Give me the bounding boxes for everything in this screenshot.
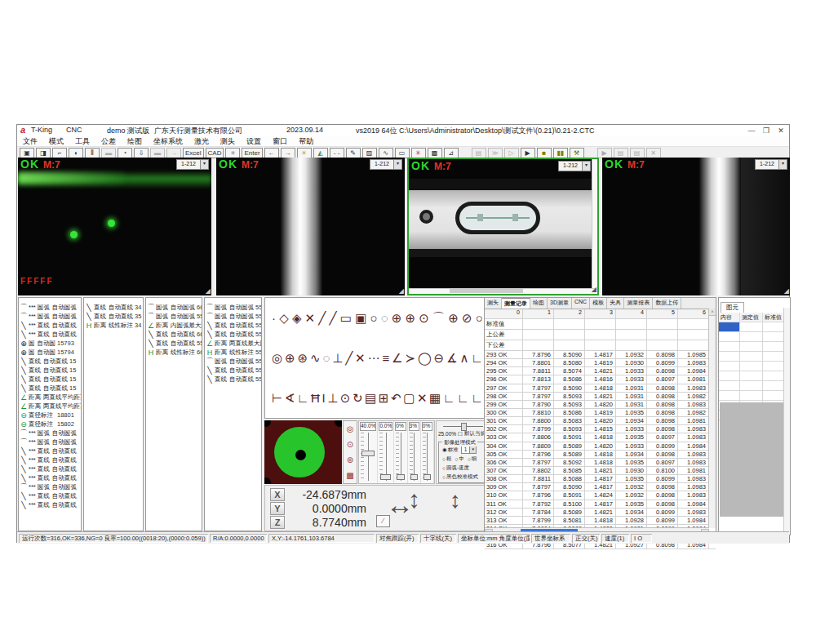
menu-item-帮助[interactable]: 帮助 [293, 136, 319, 147]
menu-item-工具[interactable]: 工具 [69, 136, 95, 147]
menu-item-公差[interactable]: 公差 [95, 136, 122, 147]
feature-item[interactable]: Η距离线性标注66 [146, 348, 202, 357]
maximize-button[interactable]: ❐ [760, 126, 773, 136]
feature-item[interactable]: ╲直线自动直线34 [84, 303, 143, 312]
feature-item[interactable]: ⊕圆自动圆15794 [19, 348, 81, 357]
table-row[interactable]: 303 OK7.88068.50911.48181.09350.80971.09… [485, 433, 716, 442]
resize-grip-icon[interactable]: ◢ [592, 286, 596, 293]
tool-icon[interactable]: ✕ [417, 391, 428, 406]
tool-icon[interactable]: ○ [476, 311, 483, 325]
table-row[interactable]: 298 OK7.87978.50931.48211.09310.80981.09… [485, 393, 716, 401]
table-row[interactable]: 310 OK7.87968.50911.48241.09320.80981.09… [485, 491, 716, 500]
slider-thumb[interactable] [397, 474, 404, 480]
tool-icon[interactable]: ▭ [340, 311, 352, 326]
elements-row[interactable] [719, 371, 790, 381]
camera-range-combo[interactable]: 1-212 ▾ [370, 159, 402, 170]
tab-CNC[interactable]: CNC [572, 298, 590, 309]
results-vertical-scrollbar[interactable]: ˄ [708, 309, 716, 528]
tool-icon[interactable]: ⊕ [448, 311, 459, 326]
feature-list-3[interactable]: ⌒圆弧自动圆弧66⌒圆弧自动圆弧55∠距离内圆弧最大距离╲直线自动直线66╲直线… [145, 297, 202, 531]
feature-item[interactable]: ╲*** 直线自动直线 [19, 330, 81, 339]
feature-item[interactable]: ╲直线自动直线55 [205, 366, 261, 375]
jog-up-down-icon[interactable]: ↕ [408, 486, 420, 513]
tool-icon[interactable]: ⊕ [285, 351, 295, 366]
tab-测量记录[interactable]: 测量记录 [502, 298, 530, 309]
radio-icon[interactable]: ○ [468, 456, 471, 462]
menu-item-测头[interactable]: 测头 [215, 136, 241, 147]
tab-模板[interactable]: 模板 [590, 298, 607, 309]
feature-item[interactable]: ⌒*** 圆弧自动圆弧 [19, 437, 81, 446]
tool-icon[interactable]: ▦ [429, 391, 441, 406]
feature-item[interactable]: ∠距离两直线平均距离 [19, 393, 81, 402]
elements-row[interactable] [719, 362, 790, 371]
feature-item[interactable]: ⌒圆弧自动圆弧55 [205, 312, 261, 321]
light-slider[interactable]: 0% [421, 421, 434, 483]
feature-item[interactable]: ╲直线自动直线35 [84, 312, 143, 321]
tool-icon[interactable]: ◯ [418, 351, 432, 366]
tool-icon[interactable]: ∿ [310, 351, 321, 366]
tab-测量报表[interactable]: 测量报表 [624, 298, 653, 309]
table-row[interactable]: 299 OK7.87908.50931.48201.09310.80981.09… [485, 401, 716, 409]
tool-icon[interactable]: ✕ [305, 311, 316, 326]
table-row[interactable]: 296 OK7.88138.50861.48161.09330.80971.09… [485, 375, 716, 384]
feature-list-4[interactable]: ⌒圆弧自动圆弧55⌒圆弧自动圆弧55╲直线自动直线55╲直线自动直线55∠距离两… [204, 297, 262, 531]
table-row[interactable]: 305 OK7.87968.50891.48181.09340.80981.09… [485, 451, 716, 459]
elements-tab[interactable]: 图元 [721, 302, 744, 313]
ring-select-icon[interactable]: ▩ [346, 471, 353, 480]
feature-item[interactable]: ╲直线自动直线55 [205, 330, 261, 339]
elements-row[interactable] [719, 342, 790, 352]
slider-thumb[interactable] [424, 474, 431, 480]
feature-item[interactable]: ╲*** 直线自动直线 [19, 491, 81, 500]
feature-item[interactable]: ⊖直径标注15802 [19, 420, 81, 429]
feature-item[interactable]: ⌒圆弧自动圆弧55 [205, 357, 261, 366]
tool-icon[interactable]: ≡ [382, 351, 389, 365]
menu-item-窗口[interactable]: 窗口 [267, 136, 293, 147]
camera-vertical-scrollbar[interactable] [592, 159, 597, 294]
close-button[interactable]: ✕ [774, 126, 787, 136]
feature-item[interactable]: ⌒*** 圆弧自动圆弧 [19, 482, 81, 491]
camera-view-2[interactable]: OK M:7 1-212 ▾ ◢ [216, 158, 405, 295]
feature-item[interactable]: ⌒*** 圆弧自动圆弧 [19, 303, 81, 312]
chevron-down-icon[interactable]: ▾ [393, 160, 401, 169]
feature-item[interactable]: ╲*** 直线自动直线 [19, 500, 81, 509]
tool-icon[interactable]: ∟ [443, 391, 455, 405]
ring-select-icon[interactable]: ⊛ [347, 455, 353, 464]
tool-icon[interactable]: I [322, 391, 325, 405]
camera-view-1[interactable]: FFFFF OK M:7 1-212 ▾ ◢ [18, 158, 211, 295]
tool-icon[interactable]: ∧ [459, 351, 468, 366]
radio-selected-icon[interactable]: ◉ [442, 446, 447, 453]
tool-icon[interactable]: ⋯ [368, 351, 380, 366]
chevron-down-icon[interactable]: ▾ [582, 162, 590, 171]
tool-icon[interactable]: ∠ [392, 351, 402, 366]
light-ring-display[interactable] [264, 420, 342, 484]
feature-item[interactable]: ⊖直径标注18801 [19, 411, 81, 420]
feature-item[interactable]: ╲直线自动直线15 [19, 366, 81, 375]
tool-icon[interactable]: ⊥ [327, 391, 338, 406]
camera-view-3-selected[interactable]: OK M:7 1-212 ▾ ◢ [407, 158, 599, 295]
slider-thumb[interactable] [410, 474, 418, 480]
ring-select-icon[interactable]: ⊙ [347, 440, 353, 449]
tool-icon[interactable]: ╱ [345, 351, 353, 366]
tool-icon[interactable]: ▤ [365, 391, 376, 406]
tool-icon[interactable]: ∟ [471, 351, 483, 365]
tool-icon[interactable]: ∢ [285, 391, 295, 406]
elements-row[interactable] [719, 332, 790, 342]
ring-select-icon[interactable]: ◎ [347, 424, 354, 433]
feature-item[interactable]: ⌒圆弧自动圆弧66 [146, 303, 202, 312]
tool-icon[interactable]: ∡ [446, 351, 457, 366]
feature-item[interactable]: ⌒*** 圆弧自动圆弧 [19, 429, 81, 437]
tool-icon[interactable]: ∟ [457, 391, 469, 405]
tab-数据上传[interactable]: 数据上传 [653, 298, 681, 309]
tool-icon[interactable]: ◎ [272, 351, 282, 366]
menu-item-坐标系统[interactable]: 坐标系统 [148, 136, 188, 147]
feature-item[interactable]: Η距离线性标注55 [205, 348, 261, 357]
tool-icon[interactable]: ≻ [405, 351, 415, 366]
tool-icon[interactable]: ◌ [381, 311, 388, 325]
chevron-down-icon[interactable]: ▾ [778, 160, 787, 169]
table-row[interactable]: 293 OK7.87968.50901.48171.09320.80981.09… [485, 351, 716, 359]
feature-item[interactable]: ⌒圆弧自动圆弧55 [205, 303, 261, 312]
feature-item[interactable]: ╲直线自动直线66 [146, 330, 202, 339]
feature-item[interactable]: ╲直线自动直线15 [19, 375, 81, 384]
tool-icon[interactable]: ▢ [403, 391, 415, 406]
menu-item-模式[interactable]: 模式 [43, 136, 69, 147]
